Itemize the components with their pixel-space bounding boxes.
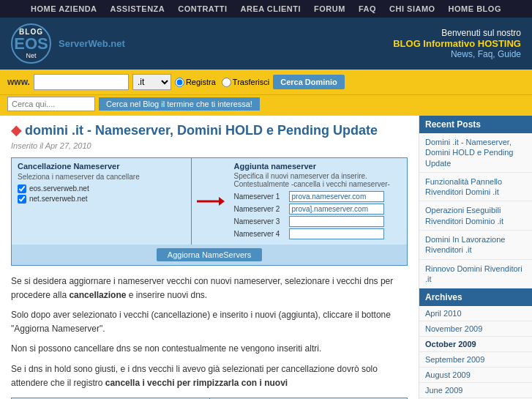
radio-registra[interactable] [175,78,184,87]
nav-assistenza[interactable]: ASSISTENZA [110,4,165,13]
nav-forum[interactable]: FORUM [314,4,345,13]
radio-registra-label[interactable]: Registra [175,78,216,87]
sidebar-post-3[interactable]: Domini In Lavorazione Rivenditori .it [419,231,532,260]
ns2-checkbox[interactable] [18,195,26,204]
logo-serverweb: ServerWeb.net [59,38,125,49]
ns-add-sub: Specifica il nuovi nameserver da inserir… [234,172,402,188]
ns-input-row-4: Nameserver 4 [234,228,402,239]
post-title: ◆domini .it - Nameserver, Domini HOLD e … [11,123,408,139]
post-date: Inserito il Apr 27, 2010 [11,141,408,150]
top-navigation: HOME AZIENDA ASSISTENZA CONTRATTI AREA C… [0,0,532,18]
logo-area: BLOG EOS Net ServerWeb.net [11,23,393,64]
cerca-dominio-button[interactable]: Cerca Dominio [273,75,345,89]
radio-trasferisci-label[interactable]: Trasferisci [222,78,269,87]
post-para-1: Se si desidera aggiornare i nameserver v… [11,275,408,302]
ns-row-1: eos.serverweb.net [18,184,185,193]
www-label: www. [7,77,30,87]
blog-search-input[interactable] [7,97,95,111]
ns-input-3[interactable] [289,216,384,227]
ns-label-2: Nameserver 2 [234,205,287,213]
ns-input-2[interactable] [289,204,384,215]
ns-add-title: Aggiunta nameserver [234,162,402,171]
logo-circle: BLOG EOS Net [11,23,51,64]
ns-label-4: Nameserver 4 [234,230,287,238]
archives-title: Archives [419,288,532,306]
blog-search-bar: Cerca nel Blog il termine che ti interes… [0,94,532,116]
main-layout: ◆domini .it - Nameserver, Domini HOLD e … [0,116,532,399]
extension-select[interactable]: .it .com .net .org [132,74,171,90]
nav-area-clienti[interactable]: AREA CLIENTI [241,4,301,13]
ns-btn-row: Aggiorna NameServers [12,245,407,265]
header-welcome-text: Benvenuti sul nostro [393,28,521,38]
nav-faq[interactable]: FAQ [359,4,376,13]
logo-net-text: Net [14,52,48,59]
post-body: Se si desidera aggiornare i nameserver v… [11,275,408,390]
post-para-3: Non si possono cancellare dns se non con… [11,342,408,356]
nav-home-blog[interactable]: HOME BLOG [449,4,501,13]
content-area: ◆domini .it - Nameserver, Domini HOLD e … [0,116,419,399]
sidebar-post-0[interactable]: Domini .it - Nameserver, Domini HOLD e P… [419,133,532,173]
nav-home-azienda[interactable]: HOME AZIENDA [31,4,97,13]
post-para-4: Se i dns in hold sono giusti, e i dns ve… [11,362,408,390]
ns-input-row-1: Nameserver 1 [234,191,402,202]
ns-row-2: net.serverweb.net [18,195,185,204]
nameserver-box: Cancellazione Nameserver Seleziona i nam… [11,157,408,266]
recent-posts-title: Recent Posts [419,116,532,133]
sidebar-post-1[interactable]: Funzionalità Pannello Rivenditori Domini… [419,173,532,202]
ns-input-1[interactable] [289,191,384,202]
svg-marker-1 [219,197,225,206]
archive-nov-2009[interactable]: November 2009 [419,321,532,337]
sidebar-post-4[interactable]: Rinnovo Domini Rivenditori .it [419,260,532,289]
archive-oct-2009[interactable]: October 2009 [419,337,532,352]
ns1-checkbox[interactable] [18,184,26,193]
header-sub-links: News, Faq, Guide [393,49,521,59]
archive-april-2010[interactable]: April 2010 [419,306,532,321]
ns-input-row-3: Nameserver 3 [234,216,402,227]
archive-sep-2009[interactable]: September 2009 [419,352,532,368]
domain-input[interactable] [34,74,129,90]
archive-aug-2009[interactable]: August 2009 [419,368,532,383]
arrow-icon [195,190,225,212]
aggiorna-nameservers-button[interactable]: Aggiorna NameServers [157,248,262,261]
nav-contratti[interactable]: CONTRATTI [178,4,227,13]
ns-add-panel: Aggiunta nameserver Specifica il nuovi n… [228,158,408,245]
ns-cancel-panel: Cancellazione Nameserver Seleziona i nam… [12,158,192,245]
ns2-name: net.serverweb.net [29,195,88,203]
ns-input-4[interactable] [289,228,384,239]
header-blog-link: BLOG Informativo HOSTING [393,38,521,49]
domain-action-radios: Registra Trasferisci [175,78,269,87]
ns1-name: eos.serverweb.net [29,184,89,193]
recent-posts-section: Recent Posts Domini .it - Nameserver, Do… [419,116,532,288]
title-bullet: ◆ [11,123,21,138]
blog-search-button[interactable]: Cerca nel Blog il termine che ti interes… [99,97,260,111]
logo-eos-text: EOS [14,36,48,52]
header-welcome: Benvenuti sul nostro BLOG Informativo HO… [393,28,521,59]
archives-section: Archives April 2010 November 2009 Octobe… [419,288,532,399]
ns-cancel-sub: Seleziona i nameserver da cancellare [18,173,185,181]
sidebar: Recent Posts Domini .it - Nameserver, Do… [419,116,532,399]
sidebar-post-2[interactable]: Operazioni Eseguibili Rivenditori Domini… [419,201,532,231]
nav-chi-siamo[interactable]: CHI SIAMO [389,4,435,13]
site-header: BLOG EOS Net ServerWeb.net Benvenuti sul… [0,18,532,70]
ns-label-1: Nameserver 1 [234,193,287,201]
arrow-area [192,158,228,245]
ns-label-3: Nameserver 3 [234,217,287,225]
archive-jun-2009[interactable]: June 2009 [419,383,532,398]
ns-cancel-title: Cancellazione Nameserver [18,162,185,171]
ns-input-row-2: Nameserver 2 [234,204,402,215]
radio-trasferisci[interactable] [222,78,231,87]
post-para-2: Solo dopo aver selezionato i vecchi (can… [11,308,408,336]
domain-search-bar: www. .it .com .net .org Registra Trasfer… [0,70,532,94]
